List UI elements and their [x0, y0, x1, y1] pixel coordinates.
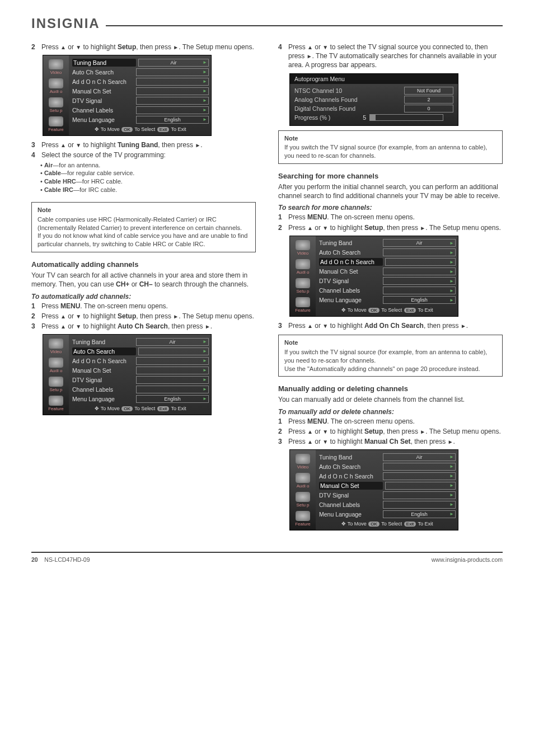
up-arrow-icon: ▲ — [60, 44, 66, 50]
menu-row: Channel Labels► — [319, 500, 456, 509]
menu-row: Manual Ch Set► — [72, 86, 209, 96]
chevron-right-icon: ► — [449, 483, 454, 488]
menu-row: Tuning BandAir► — [319, 452, 456, 462]
menu-label: Menu Language — [319, 297, 381, 303]
menu-row: DTV Signal► — [72, 96, 209, 105]
audio-icon — [296, 473, 310, 483]
menu-value: English► — [136, 116, 209, 124]
step-number: 4 — [278, 43, 288, 70]
autop-row: Analog Channels Found2 — [294, 95, 453, 104]
menu-value: Air► — [138, 59, 209, 67]
menu-value: ► — [136, 87, 209, 95]
note-title: Note — [284, 134, 496, 143]
menu-label: Auto Ch Search — [319, 249, 381, 256]
menu-row-manual: Manual Ch Set► — [319, 481, 456, 490]
chevron-right-icon: ► — [203, 79, 207, 84]
manual-step3: 3 Press ▲ or ▼ to highlight Manual Ch Se… — [278, 437, 503, 446]
step-number: 2 — [31, 43, 41, 51]
menu-value: ► — [136, 78, 209, 86]
chevron-right-icon: ► — [203, 117, 207, 122]
t: to highlight — [81, 141, 118, 149]
t: , then press — [168, 322, 205, 330]
chevron-right-icon: ► — [449, 288, 454, 293]
step-number: 3 — [278, 321, 288, 330]
menu-label: Menu Language — [72, 116, 134, 123]
menu-value: ► — [385, 482, 456, 490]
menu-row-auto: Auto Ch Search► — [72, 346, 209, 356]
t: , then press — [411, 438, 448, 445]
header: INSIGNIA — [31, 16, 503, 31]
menu-row: Auto Ch Search► — [319, 248, 456, 257]
audio-icon — [49, 358, 63, 368]
chevron-right-icon: ► — [203, 358, 207, 363]
menu-row: Channel Labels► — [72, 384, 209, 394]
menu-label: DTV Signal — [72, 97, 134, 104]
t: , then press — [136, 43, 173, 51]
hint: To Select — [381, 307, 402, 313]
menu-row: Manual Ch Set► — [72, 365, 209, 375]
to-addon: To search for more channels: — [278, 204, 503, 212]
menu-label: Tuning Band — [319, 454, 381, 461]
setup-icon — [296, 278, 310, 288]
t: Press — [288, 322, 307, 330]
audio-icon — [49, 78, 63, 88]
side-feature: Feature — [290, 295, 316, 314]
side-feature: Feature — [290, 509, 316, 528]
side-label: Feature — [43, 406, 69, 411]
menu-key: MENU — [307, 213, 327, 221]
autop-value: 0 — [404, 105, 453, 112]
menu-row: Auto Ch Search► — [72, 67, 209, 77]
t: Press — [41, 141, 60, 149]
down-arrow-icon: ▼ — [322, 225, 328, 231]
menu-hints: ✥ To Move OK To Select Exit To Exit — [319, 305, 456, 314]
side-audio: Audi o — [43, 77, 69, 96]
step-number: 1 — [278, 213, 288, 222]
t: . The on-screen menu opens. — [80, 302, 168, 310]
menu-value: Air► — [383, 453, 456, 461]
para-addon: After you perform the initial channel se… — [278, 182, 503, 200]
t: Press — [288, 428, 307, 435]
side-label: Audi o — [43, 89, 69, 94]
setup-label: Setup — [364, 224, 383, 232]
menu-row: Ad d O n C h Search► — [319, 471, 456, 481]
side-label: Feature — [290, 522, 316, 527]
chevron-right-icon: ► — [203, 69, 207, 74]
menu-value: Air► — [383, 239, 456, 247]
left-step2: 2 Press ▲ or ▼ to highlight Setup, then … — [31, 43, 256, 51]
heading-addon: Searching for more channels — [278, 172, 503, 180]
t: or — [313, 43, 322, 51]
chevron-right-icon: ► — [449, 473, 454, 478]
heading-manual: Manually adding or deleting channels — [278, 384, 503, 393]
menu-label: Tuning Band — [319, 240, 381, 246]
menu-label: DTV Signal — [319, 278, 381, 284]
chevron-right-icon: ► — [203, 368, 207, 373]
hint: To Exit — [418, 307, 433, 313]
menu-label: Channel Labels — [319, 287, 381, 294]
bl: Air — [44, 162, 53, 168]
chevron-right-icon: ► — [203, 60, 207, 65]
sel-label: Add On Ch Search — [364, 322, 424, 330]
step-text: Press ▲ or ▼ to highlight Auto Ch Search… — [41, 322, 256, 331]
hint: To Move — [348, 307, 367, 313]
side-label: Video — [43, 349, 69, 354]
setup-menu-screenshot: Video Audi o Setu p Feature Tuning BandA… — [43, 55, 212, 136]
step-text: Press MENU. The on-screen menu opens. — [288, 213, 503, 222]
video-icon — [49, 339, 63, 349]
bt: —for an antenna. — [53, 162, 100, 168]
menu-row: Menu LanguageEnglish► — [72, 115, 209, 124]
t: Press — [41, 302, 60, 310]
t: . The Setup menu opens. — [425, 428, 501, 435]
t: . The TV automatically searches for chan… — [288, 52, 496, 69]
up-arrow-icon: ▲ — [307, 429, 313, 435]
side-label: Setu p — [290, 289, 316, 294]
t: , then press — [158, 141, 195, 149]
side-video: Video — [43, 337, 69, 356]
menu-label: Auto Ch Search — [72, 348, 136, 355]
menu-label: Manual Ch Set — [72, 367, 134, 374]
bullet-irc: • Cable IRC—for IRC cable. — [40, 186, 256, 194]
side-audio: Audi o — [290, 471, 316, 490]
auto-step1: 1 Press MENU. The on-screen menu opens. — [31, 302, 256, 311]
nav-icon: ✥ — [95, 406, 99, 411]
t: or — [313, 428, 322, 435]
sel-label: Manual Ch Set — [364, 438, 411, 445]
